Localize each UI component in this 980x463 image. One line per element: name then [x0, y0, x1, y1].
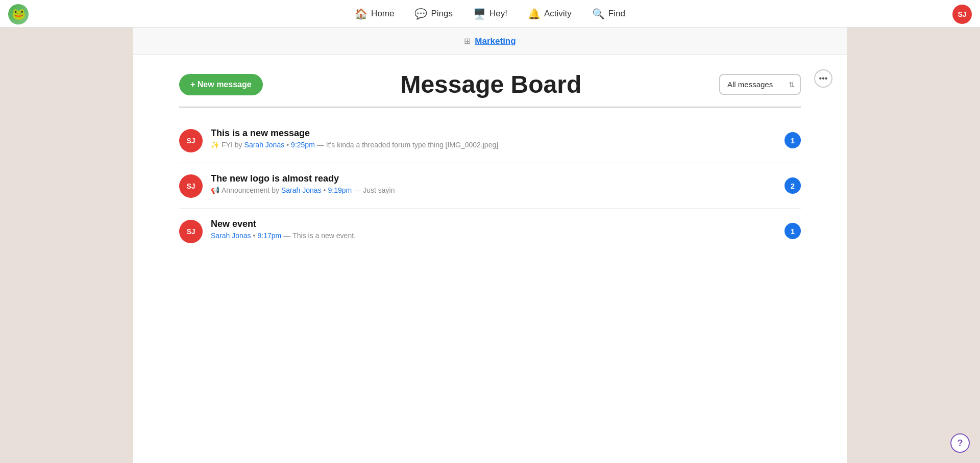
nav-activity[interactable]: 🔔 Activity [528, 8, 572, 20]
message-meta: 📢 Announcement by Sarah Jonas • 9:19pm —… [211, 186, 776, 194]
message-title: This is a new message [211, 128, 776, 139]
message-content: New event Sarah Jonas • 9:17pm — This is… [211, 219, 776, 240]
message-item[interactable]: SJ The new logo is almost ready 📢 Announ… [179, 163, 801, 209]
message-content: This is a new message ✨ FYI by Sarah Jon… [211, 128, 776, 149]
top-nav: 🏠 Home 💬 Pings 🖥️ Hey! 🔔 Activity 🔍 Find [0, 0, 980, 28]
find-icon: 🔍 [592, 8, 605, 20]
message-meta: Sarah Jonas • 9:17pm — This is a new eve… [211, 232, 776, 240]
message-author: Sarah Jonas [244, 141, 285, 149]
avatar: SJ [179, 220, 203, 243]
message-time: 9:19pm [328, 186, 352, 194]
nav-hey-label: Hey! [489, 9, 507, 19]
filter-wrapper: All messages By me Unread Archived [719, 74, 801, 95]
by-label: by [272, 186, 279, 194]
bullet: • [324, 186, 326, 194]
grid-icon: ⊞ [464, 36, 471, 46]
help-button[interactable]: ? [950, 433, 970, 453]
message-author: Sarah Jonas [281, 186, 322, 194]
section-divider [179, 107, 801, 108]
app-logo[interactable]: 🐸 [8, 4, 29, 24]
dash: — [283, 232, 290, 240]
user-initials: SJ [958, 10, 966, 18]
main-container: ⊞ Marketing ••• + New message Message Bo… [133, 28, 847, 463]
board-header: + New message Message Board All messages… [179, 70, 801, 98]
nav-find-label: Find [608, 9, 625, 19]
nav-pings[interactable]: 💬 Pings [414, 8, 453, 20]
dash: — [354, 186, 361, 194]
message-item[interactable]: SJ This is a new message ✨ FYI by Sarah … [179, 118, 801, 163]
avatar-initials: SJ [186, 182, 195, 190]
dash: — [317, 141, 324, 149]
user-avatar[interactable]: SJ [952, 5, 972, 24]
message-meta: ✨ FYI by Sarah Jonas • 9:25pm — It's kin… [211, 141, 776, 149]
unread-badge: 1 [785, 223, 801, 239]
message-author: Sarah Jonas [211, 232, 251, 240]
avatar: SJ [179, 174, 203, 198]
message-preview: This is a new event. [292, 232, 356, 240]
tag-label: Announcement [222, 186, 270, 194]
nav-home[interactable]: 🏠 Home [355, 8, 394, 20]
bullet: • [253, 232, 256, 240]
message-item[interactable]: SJ New event Sarah Jonas • 9:17pm — This… [179, 209, 801, 253]
nav-home-label: Home [371, 9, 394, 19]
avatar-initials: SJ [186, 227, 195, 236]
message-title: New event [211, 219, 776, 229]
new-message-button[interactable]: + New message [179, 74, 263, 95]
message-preview: It's kinda a threaded forum type thing [… [326, 141, 498, 149]
message-time: 9:25pm [291, 141, 315, 149]
home-icon: 🏠 [355, 8, 368, 20]
message-content: The new logo is almost ready 📢 Announcem… [211, 173, 776, 194]
new-message-label: + New message [190, 80, 252, 89]
activity-icon: 🔔 [528, 8, 541, 20]
avatar-initials: SJ [186, 137, 195, 145]
help-icon: ? [958, 438, 963, 449]
message-title: The new logo is almost ready [211, 173, 776, 184]
filter-select[interactable]: All messages By me Unread Archived [719, 74, 801, 95]
marketing-bar: ⊞ Marketing [133, 28, 847, 55]
bullet: • [286, 141, 289, 149]
nav-pings-label: Pings [431, 9, 453, 19]
content-area: ••• + New message Message Board All mess… [133, 55, 847, 269]
message-list: SJ This is a new message ✨ FYI by Sarah … [179, 118, 801, 253]
unread-badge: 1 [785, 132, 801, 148]
logo-icon: 🐸 [12, 8, 26, 21]
nav-hey[interactable]: 🖥️ Hey! [473, 8, 507, 20]
message-time: 9:17pm [258, 232, 282, 240]
nav-activity-label: Activity [544, 9, 572, 19]
unread-badge: 2 [785, 177, 801, 194]
page-title: Message Board [263, 70, 719, 98]
tag-label: FYI [222, 141, 233, 149]
nav-find[interactable]: 🔍 Find [592, 8, 625, 20]
pings-icon: 💬 [414, 8, 427, 20]
by-label: by [235, 141, 242, 149]
marketing-title[interactable]: Marketing [475, 36, 516, 46]
message-preview: Just sayin [363, 186, 395, 194]
avatar: SJ [179, 129, 203, 152]
announcement-icon: 📢 [211, 186, 219, 194]
fyi-icon: ✨ [211, 141, 219, 149]
hey-icon: 🖥️ [473, 8, 486, 20]
more-options-button[interactable]: ••• [814, 69, 832, 88]
